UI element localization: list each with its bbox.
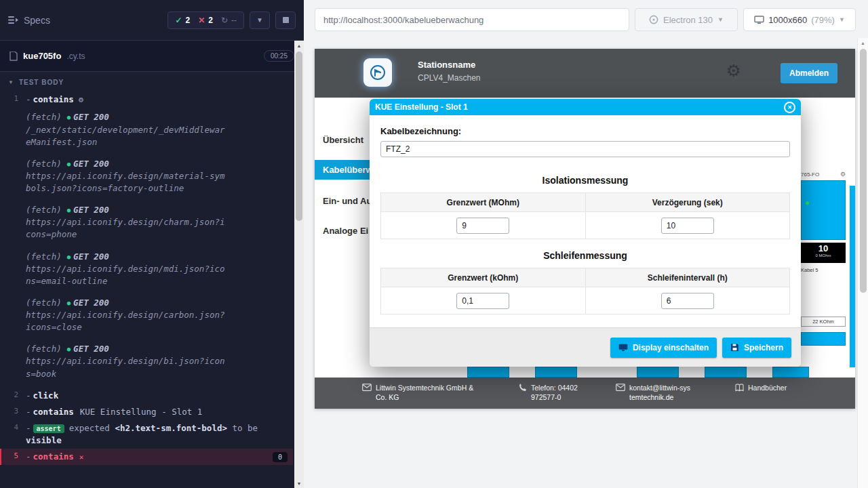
chevron-down-icon: ▼: [717, 16, 724, 23]
cyan-tile[interactable]: [467, 367, 509, 378]
grenzwert-mohm-input[interactable]: [456, 218, 509, 234]
specs-list-icon: [8, 16, 18, 24]
screenshot-root: Specs ✓ 2 ✕ 2 ↻ -- ▼: [0, 0, 868, 488]
fetch-url: https://api.iconify.design/mdi.json?icon…: [26, 263, 229, 287]
settings-gear-icon[interactable]: ⚙: [726, 62, 741, 79]
spec-file-ext: .cy.ts: [66, 52, 85, 61]
url-bar[interactable]: http://localhost:3000/kabelueberwachung: [315, 8, 629, 31]
scrollbar-thumb[interactable]: [860, 49, 867, 293]
command-contains-2[interactable]: 3 -containsKUE Einstellung - Slot 1: [0, 404, 293, 420]
test-stats: ✓ 2 ✕ 2 ↻ --: [167, 12, 244, 29]
kabel-label: Kabel 5: [801, 267, 846, 273]
cyan-tile[interactable]: [535, 367, 577, 378]
kabelbezeichnung-input[interactable]: [380, 141, 790, 157]
isolationsmessung-heading: Isolationsmessung: [380, 175, 790, 186]
command-assert[interactable]: 4 -assertexpected <h2.text-sm.font-bold>…: [0, 420, 293, 449]
contains-argument: KUE Einstellung - Slot 1: [80, 407, 203, 417]
fetch-log-entry[interactable]: (fetch)●GET 200 https://api.iconify.desi…: [0, 341, 293, 382]
close-button[interactable]: ✕: [784, 102, 795, 113]
fetch-log-entry[interactable]: (fetch)●GET 200 https://api.iconify.desi…: [0, 156, 293, 197]
station-info: Stationsname CPLV4_Maschen: [418, 60, 481, 83]
verzoegerung-sek-input[interactable]: [661, 218, 714, 234]
envelope-icon: [362, 384, 372, 391]
cyan-tile[interactable]: [772, 367, 809, 378]
fetch-log-entry[interactable]: (fetch)●GET 200 https://api.iconify.desi…: [0, 202, 293, 243]
app-footer: Littwin Systemtechnik GmbH & Co. KG Tele…: [315, 378, 855, 409]
stat-failed: ✕ 2: [198, 16, 213, 25]
speichern-button[interactable]: Speichern: [722, 338, 791, 358]
save-floppy-icon: [730, 343, 739, 352]
cyan-tile[interactable]: [637, 367, 679, 378]
gear-icon[interactable]: ⚙: [840, 171, 846, 178]
command-log: 1 -contains⚙ (fetch)●GET 200 /_next/stat…: [0, 92, 304, 465]
gear-icon: ⚙: [79, 95, 83, 104]
status-dot-icon: ●: [67, 253, 71, 260]
kabelbezeichnung-label: Kabelbezeichnung:: [380, 126, 790, 136]
kohm-value-box: 22 KOhm: [801, 317, 846, 327]
modal-footer: Display einschalten Speichern: [370, 327, 801, 367]
fetch-url: https://api.iconify.design/charm.json?ic…: [26, 216, 229, 241]
fetch-log-entry[interactable]: (fetch)●GET 200 /_next/static/developmen…: [0, 109, 293, 150]
fetch-url: https://api.iconify.design/bi.json?icons…: [26, 355, 229, 380]
assert-element: <h2.text-sm.font-bold>: [115, 423, 227, 433]
spec-file-row[interactable]: kue705fo .cy.ts 00:25: [0, 41, 304, 72]
suite-test-body[interactable]: ▼ TEST BODY: [0, 72, 304, 92]
footer-manuals-link[interactable]: Handbücher: [735, 383, 787, 392]
command-contains-failed[interactable]: 5 -contains✕ 0: [0, 449, 293, 465]
chevron-down-icon: ▼: [839, 16, 845, 23]
chevron-down-icon: ▼: [256, 16, 263, 24]
status-dot-icon: ●: [67, 114, 71, 121]
fetch-log-entry[interactable]: (fetch)●GET 200 https://api.iconify.desi…: [0, 249, 293, 289]
schleifenmessung-heading: Schleifenmessung: [380, 250, 790, 261]
app-under-test: Stationsname CPLV4_Maschen ⚙ Abmelden Üb…: [315, 49, 855, 409]
modal-body: Kabelbezeichnung: Isolationsmessung Gren…: [370, 115, 801, 327]
stop-tests-button[interactable]: [275, 12, 296, 29]
x-icon: ✕: [198, 16, 205, 25]
col-schleifenintervall: Schleifenintervall (h): [585, 268, 790, 287]
viewport-selector[interactable]: 1000x660 (79%) ▼: [743, 8, 856, 31]
scroll-up-icon[interactable]: ▲: [858, 38, 868, 47]
specs-menu-button[interactable]: Specs: [8, 15, 50, 26]
cypress-reporter-panel: Specs ✓ 2 ✕ 2 ↻ -- ▼: [0, 0, 304, 488]
stat-pending: ↻ --: [221, 16, 237, 25]
schleifenintervall-input[interactable]: [661, 293, 714, 309]
command-click[interactable]: 2 -click: [0, 388, 293, 404]
fetch-url: /_next/static/development/_devMiddleware…: [26, 124, 229, 148]
spec-file-icon: [9, 52, 18, 61]
page-scrollbar[interactable]: ▲: [857, 38, 868, 488]
browser-selector[interactable]: Electron 130 ▼: [635, 8, 738, 31]
measurement-display: 10 0 MOhm: [801, 243, 846, 263]
check-icon: ✓: [175, 16, 182, 25]
logout-button[interactable]: Abmelden: [781, 63, 837, 83]
scrollbar-thumb[interactable]: [296, 52, 302, 221]
grenzwert-kohm-input[interactable]: [456, 293, 509, 309]
collapse-chevron-button[interactable]: ▼: [250, 12, 270, 29]
littwin-logo: [363, 58, 392, 87]
slot-title: 765-FO ⚙: [801, 171, 846, 178]
col-grenzwert-kohm: Grenzwert (kOhm): [381, 268, 586, 287]
status-dot-icon: ●: [67, 161, 71, 167]
refresh-icon: ↻: [221, 16, 228, 25]
footer-phone: Telefon: 04402 972577-0: [518, 383, 594, 402]
scroll-up-icon[interactable]: ▲: [294, 41, 304, 50]
cyan-tile[interactable]: [801, 332, 846, 346]
fetch-log-entry[interactable]: (fetch)●GET 200 https://api.iconify.desi…: [0, 295, 293, 336]
display-einschalten-button[interactable]: Display einschalten: [610, 338, 717, 358]
footer-email: kontakt@littwin-systemtechnik.de: [616, 383, 692, 402]
command-contains-1[interactable]: 1 -contains⚙: [0, 92, 293, 108]
reporter-scrollbar[interactable]: ▲ ▼: [294, 41, 304, 488]
fetch-url: https://api.iconify.design/material-symb…: [26, 170, 229, 195]
slot-widget-fragment: 765-FO ⚙ 10 0 MOhm Kabel 5 22 KOhm: [801, 171, 846, 346]
cyan-tile[interactable]: [705, 367, 747, 378]
status-dot-icon: ●: [67, 207, 71, 214]
reporter-header: Specs ✓ 2 ✕ 2 ↻ -- ▼: [0, 0, 304, 41]
schleifenmessung-table: Grenzwert (kOhm) Schleifenintervall (h): [380, 268, 790, 314]
kue-settings-modal: KUE Einstellung - Slot 1 ✕ Kabelbezeichn…: [370, 99, 801, 367]
crane-logo-icon: [370, 64, 386, 81]
status-led-icon: [806, 201, 809, 205]
station-label: Stationsname: [418, 60, 481, 70]
scroll-down-icon[interactable]: ▼: [294, 479, 304, 488]
cyan-strip: [850, 186, 855, 367]
modal-header: KUE Einstellung - Slot 1 ✕: [370, 99, 801, 115]
table-row: [381, 212, 790, 239]
